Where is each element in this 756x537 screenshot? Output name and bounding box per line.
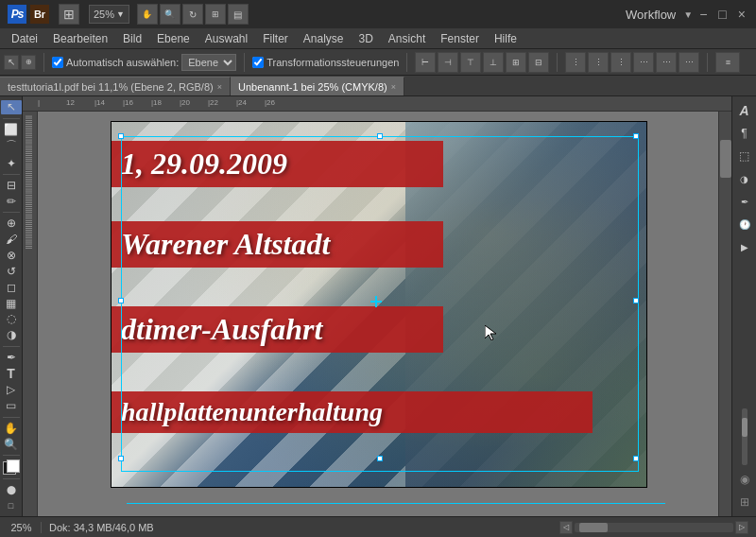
menu-bearbeiten[interactable]: Bearbeiten (45, 30, 115, 47)
rotate-tool-icon[interactable]: ↻ (182, 4, 203, 25)
dist-mid-icon[interactable]: ⋯ (656, 52, 677, 73)
arrange-icon[interactable]: ▤ (228, 4, 249, 25)
zoom-tool-icon[interactable]: 🔍 (160, 4, 180, 25)
sel-handle-br[interactable] (633, 456, 639, 461)
menu-analyse[interactable]: Analyse (296, 30, 352, 47)
align-top-icon[interactable]: ⊥ (483, 52, 504, 73)
tab-pdf[interactable]: testtutoria1l.pdf bei 11,1% (Ebene 2, RG… (0, 77, 231, 95)
canvas-scroll-area[interactable]: 1, 29.09.2009 Warener Altstadt dtimer-Au… (38, 112, 731, 516)
align-center-h-icon[interactable]: ⊣ (438, 52, 458, 73)
text-band-4-content: hallplattenunterhaltung (121, 397, 383, 427)
sel-handle-tm[interactable] (377, 133, 383, 139)
layer-select[interactable]: Ebene (181, 54, 236, 71)
gradient-tool[interactable]: ▦ (1, 296, 22, 310)
tab-cmyk-close[interactable]: × (391, 82, 396, 92)
eraser-tool[interactable]: ◻ (1, 280, 22, 294)
grid-icon[interactable]: ⊞ (205, 4, 226, 25)
sel-handle-mr[interactable] (633, 298, 639, 303)
menu-bild[interactable]: Bild (115, 30, 149, 47)
color-swatches[interactable] (3, 461, 20, 473)
minimize-button[interactable]: − (696, 7, 710, 22)
healing-tool[interactable]: ⊕ (1, 217, 22, 231)
move-tool[interactable]: ↖ (1, 100, 22, 114)
lasso-tool[interactable]: ⌒ (1, 138, 22, 154)
dist-right-icon[interactable]: ⋮ (610, 52, 631, 73)
sel-handle-ml[interactable] (118, 298, 124, 303)
menu-ebene[interactable]: Ebene (149, 30, 198, 47)
close-button[interactable]: × (735, 7, 748, 22)
hand-tool[interactable]: ✋ (1, 421, 22, 435)
menu-ansicht[interactable]: Ansicht (381, 30, 433, 47)
poster-canvas[interactable]: 1, 29.09.2009 Warener Altstadt dtimer-Au… (111, 121, 647, 488)
sel-handle-tr[interactable] (633, 133, 639, 139)
zoom-control[interactable]: 25% ▼ (89, 5, 129, 24)
sel-handle-bm[interactable] (377, 456, 383, 461)
eyedropper-tool[interactable]: ✏ (1, 195, 22, 209)
background-color[interactable] (7, 459, 20, 473)
panel-channels-icon[interactable]: ◑ (734, 168, 755, 189)
panel-paths-icon[interactable]: ✒ (734, 191, 755, 212)
auto-align-icon[interactable]: ≡ (715, 52, 740, 73)
menu-datei[interactable]: Datei (4, 30, 45, 47)
menu-3d[interactable]: 3D (352, 30, 381, 47)
brush-tool[interactable]: 🖌 (1, 233, 22, 247)
align-middle-icon[interactable]: ⊞ (506, 52, 526, 73)
dist-top-icon[interactable]: ⋯ (633, 52, 654, 73)
panel-history-icon[interactable]: 🕐 (734, 214, 755, 234)
h-scroll-thumb[interactable] (579, 523, 608, 532)
ps-icon: Ps (8, 5, 26, 24)
hand-tool-icon[interactable]: ✋ (137, 4, 158, 25)
auto-select-checkbox[interactable] (52, 57, 63, 68)
panel-layers-icon[interactable]: ⬚ (734, 146, 755, 166)
move-tool-options[interactable]: ↖ (4, 55, 19, 70)
menu-filter[interactable]: Filter (255, 30, 296, 47)
right-scroll-thumb[interactable] (742, 418, 747, 437)
align-left-icon[interactable]: ⊢ (415, 52, 436, 73)
pen-tool[interactable]: ✒ (1, 350, 22, 364)
path-select-tool[interactable]: ▷ (1, 383, 22, 397)
tab-cmyk[interactable]: Unbenannt-1 bei 25% (CMYK/8) × (231, 77, 404, 95)
zoom-tool[interactable]: 🔍 (1, 437, 22, 451)
vertical-scrollbar[interactable] (718, 112, 731, 516)
menu-fenster[interactable]: Fenster (433, 30, 487, 47)
toolbar-icon-1[interactable]: ⊞ (59, 4, 79, 25)
maximize-button[interactable]: □ (715, 7, 729, 22)
menu-hilfe[interactable]: Hilfe (487, 30, 524, 47)
history-tool[interactable]: ↺ (1, 265, 22, 279)
shape-tool[interactable]: ▭ (1, 399, 22, 413)
scroll-right-btn[interactable]: ▷ (735, 521, 748, 534)
menu-auswahl[interactable]: Auswahl (198, 30, 255, 47)
transform-checkbox[interactable] (252, 57, 264, 68)
auto-select-option[interactable]: Automatisch auswählen: Ebene (52, 54, 236, 71)
crop-tool[interactable]: ⊟ (1, 179, 22, 193)
clone-tool[interactable]: ⊗ (1, 249, 22, 263)
panel-para-icon[interactable]: ¶ (734, 123, 755, 144)
screen-mode-tool[interactable]: □ (1, 498, 22, 512)
align-right-icon[interactable]: ⊤ (460, 52, 481, 73)
marquee-tool[interactable]: ⬜ (1, 122, 22, 136)
canvas-area[interactable]: | 12 |14 |16 |18 |20 |22 |24 |26 |||||||… (23, 96, 731, 516)
type-tool[interactable]: T (1, 366, 22, 381)
panel-swatches-icon[interactable]: ⊞ (734, 492, 755, 512)
scroll-left-btn[interactable]: ◁ (559, 521, 573, 534)
dist-left-icon[interactable]: ⋮ (565, 52, 586, 73)
transform-handle-icon[interactable]: ⊕ (21, 55, 36, 70)
panel-actions-icon[interactable]: ▶ (734, 236, 755, 257)
sel-handle-tl[interactable] (118, 133, 124, 139)
workflow-dropdown-icon[interactable]: ▼ (683, 9, 693, 20)
dist-center-h-icon[interactable]: ⋮ (588, 52, 609, 73)
h-scroll-track[interactable] (575, 523, 733, 532)
right-scroll-track (742, 408, 747, 465)
panel-color-icon[interactable]: ◉ (734, 469, 755, 490)
dodge-tool[interactable]: ◑ (1, 328, 22, 342)
align-bottom-icon[interactable]: ⊟ (528, 52, 549, 73)
quick-mask-tool[interactable]: ⬤ (1, 482, 22, 496)
v-scroll-thumb[interactable] (720, 140, 731, 178)
dist-bot-icon[interactable]: ⋯ (679, 52, 699, 73)
sel-handle-bl[interactable] (118, 456, 124, 461)
magic-wand-tool[interactable]: ✦ (1, 156, 22, 170)
transform-option[interactable]: Transformationssteuerungen (252, 57, 399, 68)
tab-pdf-close[interactable]: × (217, 82, 222, 92)
panel-type-icon[interactable]: A (734, 100, 755, 121)
blur-tool[interactable]: ◌ (1, 312, 22, 326)
